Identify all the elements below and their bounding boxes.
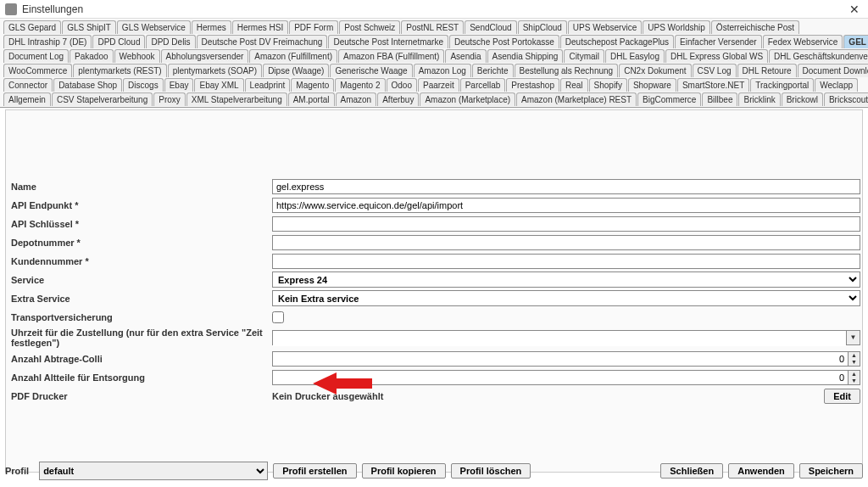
tab-gls-gepard[interactable]: GLS Gepard (3, 20, 61, 34)
tab-smartstore-net[interactable]: SmartStore.NET (677, 78, 749, 92)
tab-dhl-intraship-7-de-[interactable]: DHL Intraship 7 (DE) (3, 35, 92, 48)
edit-button[interactable]: Edit (824, 389, 860, 404)
tab-dhl-retoure[interactable]: DHL Retoure (737, 64, 797, 77)
tab-plentymarkets-soap-[interactable]: plentymarkets (SOAP) (168, 64, 262, 77)
apply-button[interactable]: Anwenden (728, 463, 794, 479)
tab-post-schweiz[interactable]: Post Schweiz (339, 20, 400, 34)
tab-generische-waage[interactable]: Generische Waage (330, 64, 412, 77)
tab-gls-webservice[interactable]: GLS Webservice (117, 20, 191, 34)
tab-dhl-easylog[interactable]: DHL Easylog (605, 49, 665, 63)
tab-am-portal[interactable]: AM.portal (288, 92, 335, 106)
tab-bricklink[interactable]: Bricklink (738, 92, 780, 106)
tab-billbee[interactable]: Billbee (702, 92, 737, 106)
tab-amazon-marketplace-[interactable]: Amazon (Marketplace) (420, 92, 515, 106)
tab-hermes-hsi[interactable]: Hermes HSI (232, 20, 288, 34)
tab-csv-log[interactable]: CSV Log (693, 64, 737, 77)
api-endpoint-input[interactable] (272, 198, 860, 213)
tab-dipse-waage-[interactable]: Dipse (Waage) (263, 64, 329, 77)
close-icon[interactable]: ✕ (846, 3, 863, 16)
tab-magento-2[interactable]: Magento 2 (335, 78, 385, 92)
profile-create-button[interactable]: Profil erstellen (273, 463, 356, 479)
save-button[interactable]: Speichern (799, 463, 863, 479)
tab-woocommerce[interactable]: WooCommerce (3, 64, 72, 77)
tab-gls-shipit[interactable]: GLS ShipIT (62, 20, 116, 34)
tab-magento[interactable]: Magento (291, 78, 334, 92)
tab-shopify[interactable]: Shopify (589, 78, 627, 92)
depot-input[interactable] (272, 235, 860, 250)
tab-prestashop[interactable]: Prestashop (506, 78, 559, 92)
tab-document-log[interactable]: Document Log (3, 49, 69, 63)
name-input[interactable] (272, 179, 860, 194)
tab-database-shop[interactable]: Database Shop (53, 78, 122, 92)
altteile-input[interactable] (272, 370, 849, 385)
tab-leadprint[interactable]: Leadprint (245, 78, 291, 92)
tab-gel-express[interactable]: GEL Express (843, 35, 868, 48)
tab-deutsche-post-dv-freimachung[interactable]: Deutsche Post DV Freimachung (197, 35, 328, 48)
tab-xml-stapelverarbeitung[interactable]: XML Stapelverarbeitung (186, 92, 287, 106)
service-select[interactable]: Express 24 (272, 271, 860, 288)
tab-dhl-gesch-ftskundenversand[interactable]: DHL Geschäftskundenversand (769, 49, 868, 63)
tab-amazon[interactable]: Amazon (336, 92, 377, 106)
tab-dhl-express-global-ws[interactable]: DHL Express Global WS (665, 49, 768, 63)
tab-parcellab[interactable]: Parcellab (460, 78, 506, 92)
time-combo[interactable]: ▼ (272, 330, 860, 345)
tab-berichte[interactable]: Berichte (472, 64, 514, 77)
time-input[interactable] (273, 331, 846, 346)
tab-deutschepost-packageplus[interactable]: Deutschepost PackagePlus (560, 35, 674, 48)
tab-cn2x-dokument[interactable]: CN2x Dokument (619, 64, 691, 77)
profile-delete-button[interactable]: Profil löschen (451, 463, 531, 479)
tab-csv-stapelverarbeitung[interactable]: CSV Stapelverarbeitung (52, 92, 153, 106)
tab-bestellung-als-rechnung[interactable]: Bestellung als Rechnung (515, 64, 619, 77)
tab-brickscout[interactable]: Brickscout (824, 92, 868, 106)
tab-sendcloud[interactable]: SendCloud (465, 20, 516, 34)
tab-amazon-log[interactable]: Amazon Log (414, 64, 471, 77)
tab-ups-webservice[interactable]: UPS Webservice (568, 20, 642, 34)
spinner-buttons[interactable]: ▲▼ (849, 370, 860, 385)
tab-trackingportal[interactable]: Trackingportal (750, 78, 814, 92)
abtrage-input[interactable] (272, 351, 849, 367)
tab-paarzeit[interactable]: Paarzeit (418, 78, 459, 92)
tab-document-downloader[interactable]: Document Downloader (798, 64, 868, 77)
tab-asendia[interactable]: Asendia (445, 49, 486, 63)
abtrage-spinner[interactable]: ▲▼ (272, 351, 860, 367)
tab-ebay[interactable]: Ebay (164, 78, 194, 92)
tab-deutsche-post-internetmarke[interactable]: Deutsche Post Internetmarke (328, 35, 448, 48)
tab-real[interactable]: Real (560, 78, 588, 92)
tab-pdf-form[interactable]: PDF Form (289, 20, 338, 34)
tab-pakadoo[interactable]: Pakadoo (70, 49, 113, 63)
tab-brickowl[interactable]: Brickowl (782, 92, 823, 106)
tab-bigcommerce[interactable]: BigCommerce (637, 92, 701, 106)
tab-plentymarkets-rest-[interactable]: plentymarkets (REST) (73, 64, 166, 77)
tab-ups-worldship[interactable]: UPS Worldship (643, 20, 710, 34)
tab-connector[interactable]: Connector (3, 78, 53, 92)
tab-shopware[interactable]: Shopware (628, 78, 676, 92)
tab-amazon-marketplace-rest[interactable]: Amazon (Marketplace) REST (516, 92, 637, 106)
tab-webhook[interactable]: Webhook (114, 49, 160, 63)
tab-dpd-delis[interactable]: DPD Delis (146, 35, 195, 48)
chevron-down-icon[interactable]: ▼ (846, 331, 860, 344)
tab-odoo[interactable]: Odoo (387, 78, 417, 92)
tab-proxy[interactable]: Proxy (153, 92, 186, 106)
customer-input[interactable] (272, 254, 860, 269)
tab-dpd-cloud[interactable]: DPD Cloud (92, 35, 145, 48)
tab-amazon-fba-fulfillment-[interactable]: Amazon FBA (Fulfillment) (338, 49, 444, 63)
tab-hermes[interactable]: Hermes (192, 20, 231, 34)
tab-asendia-shipping[interactable]: Asendia Shipping (487, 49, 564, 63)
profile-copy-button[interactable]: Profil kopieren (362, 463, 446, 479)
tab-ebay-xml[interactable]: Ebay XML (194, 78, 243, 92)
tab--sterreichische-post[interactable]: Österreichische Post (711, 20, 799, 34)
tab-discogs[interactable]: Discogs (123, 78, 164, 92)
tab-postnl-rest[interactable]: PostNL REST (401, 20, 464, 34)
tab-deutsche-post-portokasse[interactable]: Deutsche Post Portokasse (449, 35, 559, 48)
tab-einfacher-versender[interactable]: Einfacher Versender (675, 35, 762, 48)
tab-afterbuy[interactable]: Afterbuy (377, 92, 419, 106)
spinner-buttons[interactable]: ▲▼ (849, 351, 860, 367)
tab-weclapp[interactable]: Weclapp (815, 78, 858, 92)
profile-select[interactable]: default (39, 462, 268, 480)
api-key-input[interactable] (272, 216, 860, 232)
close-button[interactable]: Schließen (660, 463, 723, 479)
tab-allgemein[interactable]: Allgemein (3, 92, 51, 106)
tab-fedex-webservice[interactable]: Fedex Webservice (763, 35, 843, 48)
tab-abholungsversender[interactable]: Abholungsversender (161, 49, 249, 63)
extra-service-select[interactable]: Kein Extra service (272, 290, 860, 306)
